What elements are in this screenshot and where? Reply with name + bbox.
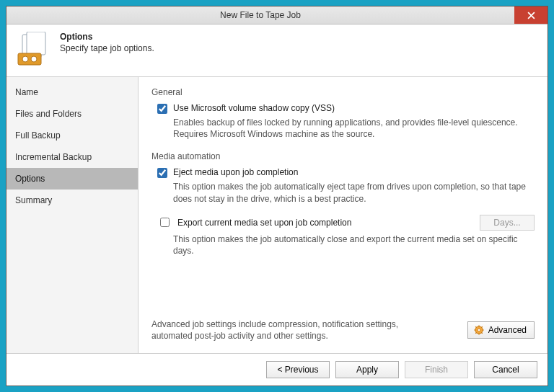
close-icon [527,12,535,19]
previous-button[interactable]: < Previous [266,361,330,378]
page-subtitle: Specify tape job options. [60,43,154,53]
svg-line-14 [481,326,483,328]
export-checkbox[interactable] [160,218,170,227]
svg-point-6 [31,56,37,62]
sidebar-item-incremental-backup[interactable]: Incremental Backup [6,146,138,168]
sidebar-item-files-and-folders[interactable]: Files and Folders [6,103,138,125]
eject-checkbox[interactable] [157,168,167,178]
cancel-button[interactable]: Cancel [474,361,537,378]
export-label: Export current media set upon job comple… [177,218,474,228]
footer: < Previous Apply Finish Cancel [6,353,548,386]
sidebar-item-full-backup[interactable]: Full Backup [6,125,138,146]
advanced-button-label: Advanced [488,325,527,335]
dialog-frame: New File to Tape Job Options Specify tap… [6,6,548,386]
svg-line-15 [475,332,477,334]
finish-button: Finish [405,361,468,378]
wizard-sidebar: Name Files and Folders Full Backup Incre… [6,77,138,353]
svg-rect-3 [27,32,45,55]
header: Options Specify tape job options. [6,24,548,77]
svg-line-13 [481,332,483,334]
svg-line-12 [475,326,477,328]
section-general: General [151,87,535,97]
sidebar-item-options[interactable]: Options [6,168,138,190]
window-title: New File to Tape Job [6,6,514,24]
sidebar-item-summary[interactable]: Summary [6,190,138,211]
eject-description: This option makes the job automatically … [173,181,534,204]
apply-button[interactable]: Apply [335,361,399,378]
svg-point-16 [478,329,480,331]
header-text: Options Specify tape job options. [60,32,154,53]
vss-label: Use Microsoft volume shadow copy (VSS) [173,103,335,113]
vss-description: Enables backup of files locked by runnin… [173,117,534,140]
advanced-text: Advanced job settings include compressio… [151,318,433,342]
advanced-row: Advanced job settings include compressio… [151,318,535,347]
spacer [151,265,535,318]
export-description: This option makes the job automatically … [173,233,535,257]
export-row: Export current media set upon job comple… [157,215,535,231]
advanced-button[interactable]: Advanced [467,321,535,339]
gear-icon [474,325,484,335]
page-title: Options [60,32,154,42]
close-button[interactable] [514,6,548,24]
content-pane: General Use Microsoft volume shadow copy… [138,77,548,353]
sidebar-item-name[interactable]: Name [6,81,138,103]
titlebar: New File to Tape Job [6,6,548,24]
eject-row[interactable]: Eject media upon job completion [157,167,535,178]
section-media-automation: Media automation [151,151,535,161]
vss-checkbox[interactable] [157,104,167,114]
vss-row[interactable]: Use Microsoft volume shadow copy (VSS) [157,103,535,114]
svg-rect-4 [18,53,41,65]
body: Name Files and Folders Full Backup Incre… [6,77,548,353]
eject-label: Eject media upon job completion [173,167,298,177]
svg-point-5 [22,56,28,62]
days-button: Days... [480,215,535,231]
tape-job-icon [17,32,51,66]
